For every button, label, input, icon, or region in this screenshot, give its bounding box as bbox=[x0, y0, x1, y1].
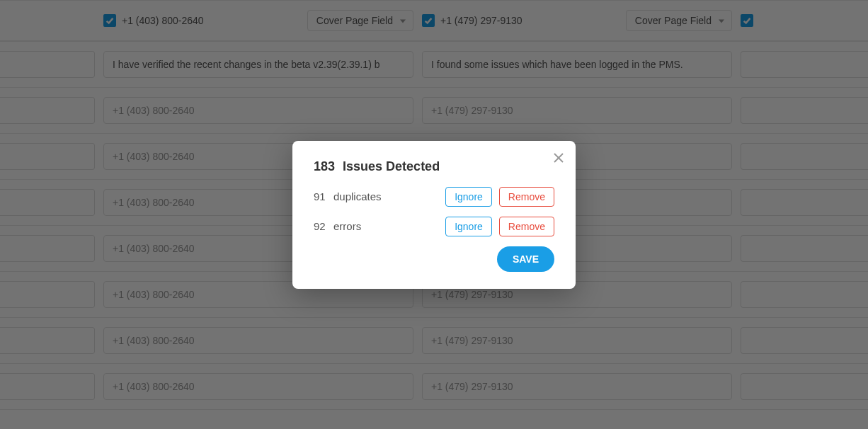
issue-row-errors: 92 errors Ignore Remove bbox=[314, 217, 554, 236]
modal-overlay: 183 Issues Detected 91 duplicates Ignore… bbox=[0, 0, 868, 429]
remove-errors-button[interactable]: Remove bbox=[499, 217, 554, 236]
modal-title: 183 Issues Detected bbox=[314, 159, 554, 174]
ignore-duplicates-button[interactable]: Ignore bbox=[445, 187, 492, 207]
close-icon[interactable] bbox=[552, 151, 566, 165]
remove-duplicates-button[interactable]: Remove bbox=[499, 187, 554, 207]
ignore-errors-button[interactable]: Ignore bbox=[445, 217, 492, 236]
issues-modal: 183 Issues Detected 91 duplicates Ignore… bbox=[292, 141, 576, 289]
issue-row-duplicates: 91 duplicates Ignore Remove bbox=[314, 187, 554, 207]
save-button[interactable]: SAVE bbox=[497, 246, 554, 272]
